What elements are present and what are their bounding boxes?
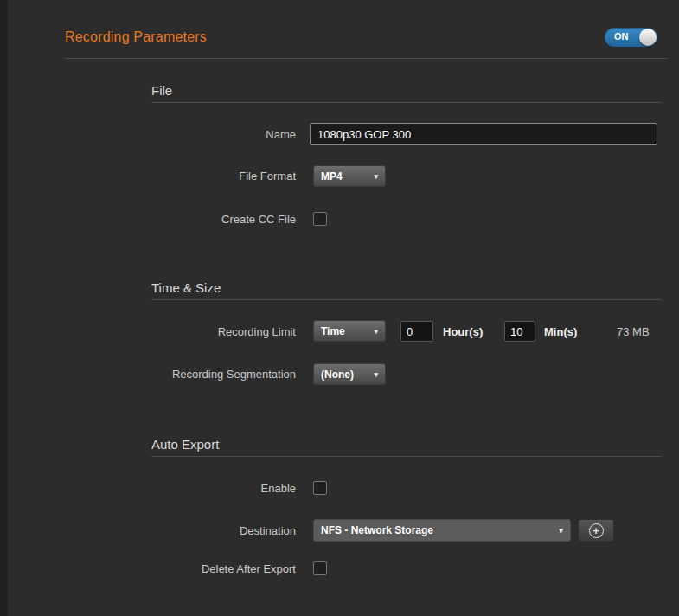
recording-segmentation-row: Recording Segmentation (None) ▾ — [0, 363, 679, 385]
file-format-dropdown[interactable]: MP4 ▾ — [313, 165, 386, 187]
toggle-on-label: ON — [614, 31, 629, 42]
file-section-divider — [151, 102, 662, 103]
toggle-knob-icon — [639, 29, 657, 46]
recording-segmentation-dropdown[interactable]: (None) ▾ — [313, 363, 386, 385]
create-cc-label: Create CC File — [0, 213, 296, 226]
destination-label: Destination — [0, 524, 296, 537]
file-format-row: File Format MP4 ▾ — [0, 165, 679, 187]
time-size-section-heading: Time & Size — [151, 280, 221, 295]
recording-parameters-toggle[interactable]: ON — [605, 28, 657, 47]
destination-value: NFS - Network Storage — [321, 524, 433, 536]
recording-parameters-panel: Recording Parameters ON File Name File F… — [0, 0, 679, 616]
enable-label: Enable — [0, 482, 296, 495]
enable-row: Enable — [0, 481, 679, 495]
delete-after-export-row: Delete After Export — [0, 561, 679, 575]
minutes-unit-label: Min(s) — [544, 325, 577, 338]
caret-down-icon: ▾ — [374, 327, 378, 336]
file-format-label: File Format — [0, 170, 296, 183]
create-cc-row: Create CC File — [0, 212, 679, 226]
recording-limit-label: Recording Limit — [0, 325, 296, 338]
destination-dropdown[interactable]: NFS - Network Storage ▾ — [313, 519, 571, 542]
destination-row: Destination NFS - Network Storage ▾ + — [0, 519, 679, 542]
auto-export-section-divider — [151, 456, 662, 457]
auto-export-section-heading: Auto Export — [151, 437, 219, 452]
recording-segmentation-value: (None) — [321, 369, 354, 381]
enable-checkbox[interactable] — [313, 481, 327, 495]
file-section-heading: File — [151, 83, 172, 98]
minutes-input[interactable] — [504, 321, 535, 342]
recording-segmentation-label: Recording Segmentation — [0, 368, 296, 381]
file-format-value: MP4 — [321, 170, 343, 183]
caret-down-icon: ▾ — [374, 172, 378, 181]
create-cc-checkbox[interactable] — [313, 212, 327, 226]
time-size-section-divider — [151, 299, 662, 300]
page-title: Recording Parameters — [65, 29, 207, 45]
recording-limit-row: Recording Limit Time ▾ Hour(s) Min(s) 73… — [0, 320, 679, 343]
name-row: Name — [0, 123, 679, 145]
delete-after-export-checkbox[interactable] — [313, 561, 327, 575]
caret-down-icon: ▾ — [559, 526, 563, 535]
recording-limit-mode-value: Time — [321, 325, 345, 337]
delete-after-export-label: Delete After Export — [0, 562, 296, 575]
recording-limit-mode-dropdown[interactable]: Time ▾ — [313, 320, 386, 342]
plus-icon: + — [589, 523, 604, 538]
caret-down-icon: ▾ — [374, 370, 378, 379]
name-input[interactable] — [310, 123, 657, 145]
name-label: Name — [0, 128, 296, 141]
hours-input[interactable] — [400, 321, 433, 342]
hours-unit-label: Hour(s) — [443, 325, 483, 338]
estimated-size-label: 73 MB — [617, 325, 650, 338]
add-destination-button[interactable]: + — [578, 519, 614, 542]
header-divider — [65, 58, 667, 59]
